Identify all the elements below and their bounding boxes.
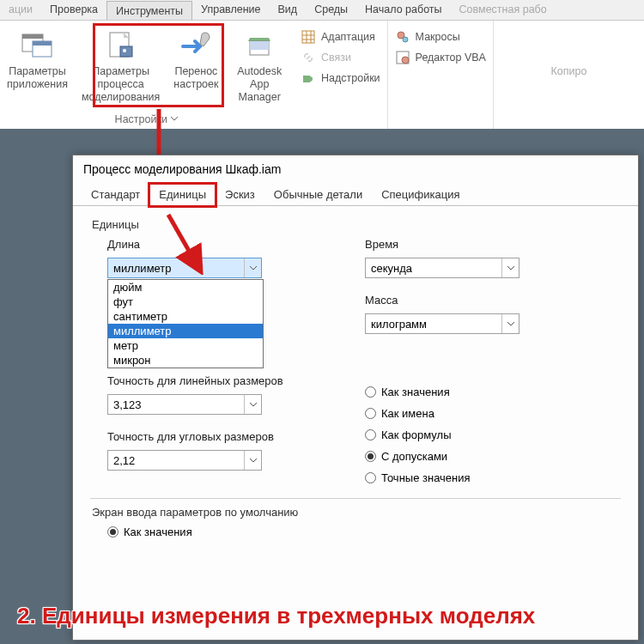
tab-standard[interactable]: Стандарт [82,184,149,206]
menu-item[interactable]: ации [0,0,41,20]
chevron-down-icon[interactable] [501,314,519,333]
length-option[interactable]: микрон [108,353,263,368]
grid-icon [301,29,316,45]
vba-editor-button[interactable]: Редактор VBA [395,48,486,67]
menu-item[interactable]: Управление [192,0,270,20]
menu-item-active[interactable]: Инструменты [106,1,192,20]
linear-precision-combo[interactable]: 3,123 [107,394,262,415]
copy-button: Копиро [544,26,594,78]
radio-as-values[interactable]: Как значения [365,386,588,398]
length-option-selected[interactable]: миллиметр [108,324,263,338]
time-combo-value: секунда [371,262,412,275]
modeling-process-dialog: Процесс моделирования Шкаф.iam Стандарт … [72,155,639,641]
code-gear-icon [395,50,410,65]
modeling-process-parameters-label: Параметры процесса моделирования [82,65,160,104]
radio-with-tolerances[interactable]: С допусками [365,450,588,463]
default-input-label: Экран ввода параметров по умолчанию [92,506,621,519]
menu-item[interactable]: Вид [270,0,307,20]
svg-rect-5 [120,46,132,57]
menu-bar: ации Проверка Инструменты Управление Вид… [0,0,644,21]
length-option[interactable]: сантиметр [108,309,263,324]
chevron-down-icon[interactable] [244,258,261,277]
svg-point-6 [123,49,126,52]
mass-label: Масса [365,294,588,307]
tab-sketch[interactable]: Эскиз [216,184,264,206]
svg-rect-1 [22,34,43,39]
svg-point-15 [402,57,409,64]
menu-item[interactable]: Среды [306,0,356,20]
radio-exact-values[interactable]: Точные значения [365,471,588,484]
chain-icon [301,50,316,65]
angular-precision-combo[interactable]: 2,12 [107,450,262,471]
mass-combo-value: килограмм [371,318,427,331]
tab-units[interactable]: Единицы [149,184,216,206]
app-parameters-label: Параметры приложения [7,65,68,91]
menu-item[interactable]: Совместная рабо [451,0,556,20]
panel-label: Настройки [115,113,167,125]
chevron-down-icon[interactable] [501,258,519,277]
document-gear-icon [104,29,138,62]
macros-button[interactable]: Макросы [395,27,486,46]
transfer-settings-button[interactable]: Перенос настроек [167,26,225,104]
copy-icon [551,29,586,62]
modeling-process-parameters-button[interactable]: Параметры процесса моделирования [75,26,167,104]
autodesk-app-manager-button[interactable]: Autodesk App Manager [225,26,294,104]
linear-precision-value: 3,123 [113,398,142,411]
svg-point-11 [307,76,313,82]
gears-icon [395,29,410,45]
time-label: Время [365,238,588,251]
length-option[interactable]: дюйм [108,280,263,295]
svg-rect-3 [33,41,52,46]
units-group-label: Единицы [92,218,621,231]
autodesk-app-manager-label: Autodesk App Manager [232,65,287,104]
angular-precision-value: 2,12 [113,454,135,467]
angular-precision-label: Точность для угловых размеров [107,430,331,443]
dialog-title: Процесс моделирования Шкаф.iam [73,155,638,183]
length-option[interactable]: метр [108,338,263,353]
chevron-down-icon[interactable] [244,451,261,470]
length-dropdown: дюйм фут сантиметр миллиметр метр микрон [107,279,264,368]
menu-item[interactable]: Начало работы [356,0,450,20]
customization-button[interactable]: Адаптация [301,27,380,46]
radio-as-names[interactable]: Как имена [365,407,588,420]
tab-common-parts[interactable]: Обычные детали [264,184,372,206]
display-mode-radios: Как значения Как имена Как формулы С доп… [365,386,588,484]
store-icon [242,29,276,62]
chevron-down-icon[interactable] [244,395,261,414]
radio-as-formulas[interactable]: Как формулы [365,428,588,441]
length-combo-value: миллиметр [113,262,172,275]
links-button: Связи [301,48,380,67]
app-parameters-button[interactable]: Параметры приложения [0,26,75,104]
wrench-arrow-icon [179,29,213,62]
linear-precision-label: Точность для линейных размеров [107,374,331,387]
length-combo[interactable]: миллиметр дюйм фут сантиметр миллиметр м… [107,258,262,278]
puzzle-icon [301,70,316,86]
radio-default-as-values[interactable]: Как значения [107,526,621,538]
time-combo[interactable]: секунда [365,258,519,278]
tab-bom[interactable]: Спецификация [372,184,469,206]
ribbon: Параметры приложения Параметры процесса … [0,21,644,129]
dialog-tabbar: Стандарт Единицы Эскиз Обычные детали Сп… [73,183,638,206]
addons-button[interactable]: Надстройки [301,69,380,88]
menu-item[interactable]: Проверка [41,0,106,20]
length-option[interactable]: фут [108,295,263,309]
svg-rect-8 [250,41,269,50]
length-label: Длина [107,238,331,251]
window-icon [20,29,54,62]
transfer-settings-label: Перенос настроек [173,65,218,91]
chevron-down-icon[interactable] [170,114,179,123]
mass-combo[interactable]: килограмм [365,313,519,334]
svg-point-13 [403,37,408,42]
svg-rect-9 [302,31,314,43]
